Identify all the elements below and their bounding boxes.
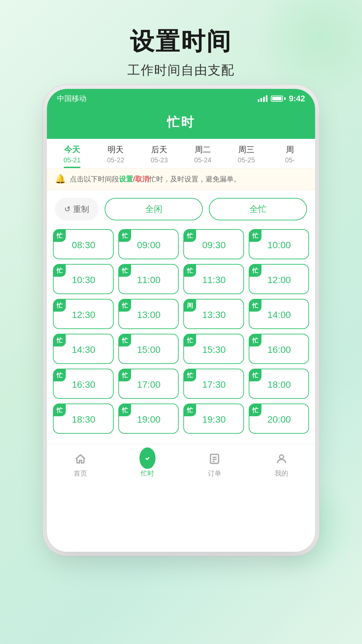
orders-icon <box>206 451 223 467</box>
notice-text: 点击以下时间段设置/取消忙时，及时设置，避免漏单。 <box>70 174 241 184</box>
app-title: 忙时 <box>167 115 195 129</box>
tab-today[interactable]: 今天 05-21 <box>50 139 94 168</box>
busy-icon <box>139 451 156 467</box>
slot-time: 13:30 <box>202 310 226 320</box>
all-busy-button[interactable]: 全忙 <box>209 198 307 220</box>
tab-dayafter-name: 后天 <box>139 144 180 155</box>
tab-thu-date: 05- <box>269 156 310 164</box>
slot-time: 15:30 <box>202 344 226 355</box>
time-slot-0900[interactable]: 忙09:00 <box>118 229 179 259</box>
nav-item-busy[interactable]: 忙时 <box>114 451 181 478</box>
time-slot-1530[interactable]: 忙15:30 <box>183 334 244 364</box>
slot-badge: 忙 <box>119 404 131 416</box>
time-slot-1600[interactable]: 忙16:00 <box>249 334 309 364</box>
carrier-text: 中国移动 <box>57 94 86 104</box>
time-slot-1300[interactable]: 忙13:00 <box>118 299 179 329</box>
all-free-label: 全闲 <box>145 204 163 214</box>
slot-badge: 忙 <box>249 334 261 346</box>
slot-badge: 忙 <box>119 265 131 277</box>
signal-icon <box>258 95 267 102</box>
tab-wed-name: 周三 <box>226 144 267 155</box>
action-row: ↺ 重制 全闲 全忙 <box>47 190 315 226</box>
slot-badge: 忙 <box>249 369 261 381</box>
profile-icon <box>274 451 290 467</box>
slot-time: 11:30 <box>202 275 226 285</box>
all-free-button[interactable]: 全闲 <box>105 198 203 220</box>
time-slot-1330[interactable]: 闲13:30 <box>183 299 244 329</box>
tab-thu[interactable]: 周 05- <box>268 139 312 168</box>
slot-time: 16:30 <box>72 379 95 390</box>
slot-time: 18:30 <box>72 414 95 425</box>
tab-tomorrow-name: 明天 <box>95 144 136 155</box>
slot-time: 09:00 <box>137 240 161 251</box>
time-slot-2000[interactable]: 忙20:00 <box>249 404 309 434</box>
status-right: 9:42 <box>258 94 305 103</box>
slot-badge: 忙 <box>54 300 66 312</box>
slot-badge: 忙 <box>184 404 196 416</box>
app-header: 忙时 <box>47 108 315 139</box>
time-slot-1700[interactable]: 忙17:00 <box>118 369 179 399</box>
time-slot-0830[interactable]: 忙08:30 <box>53 229 114 259</box>
slot-time: 13:00 <box>137 310 161 320</box>
slot-badge: 忙 <box>249 300 261 312</box>
status-bar: 中国移动 9:42 <box>47 89 315 108</box>
slot-badge: 忙 <box>184 265 196 277</box>
tab-wed[interactable]: 周三 05-25 <box>225 139 268 168</box>
time-slot-1500[interactable]: 忙15:00 <box>118 334 179 364</box>
time-slot-1730[interactable]: 忙17:30 <box>183 369 244 399</box>
tab-tue[interactable]: 周二 05-24 <box>181 139 225 168</box>
time-slot-1230[interactable]: 忙12:30 <box>53 299 114 329</box>
nav-item-home[interactable]: 首页 <box>47 451 114 478</box>
slot-badge: 忙 <box>54 265 66 277</box>
slots-grid: 忙08:30忙09:00忙09:30忙10:00忙10:30忙11:00忙11:… <box>53 229 309 434</box>
reset-label: 重制 <box>73 204 89 215</box>
time-slot-0930[interactable]: 忙09:30 <box>183 229 244 259</box>
slot-badge: 忙 <box>119 230 131 242</box>
time-slot-1030[interactable]: 忙10:30 <box>53 264 114 294</box>
time-slot-1430[interactable]: 忙14:30 <box>53 334 114 364</box>
time-slot-1930[interactable]: 忙19:30 <box>183 404 244 434</box>
slot-badge: 忙 <box>54 404 66 416</box>
svg-point-4 <box>280 455 284 459</box>
time-slot-1800[interactable]: 忙18:00 <box>249 369 309 399</box>
time-slot-1830[interactable]: 忙18:30 <box>53 404 114 434</box>
slot-time: 15:00 <box>137 344 161 355</box>
slot-time: 14:00 <box>267 310 291 320</box>
nav-profile-label: 我的 <box>248 469 315 478</box>
slot-badge: 忙 <box>54 334 66 346</box>
time-slot-1200[interactable]: 忙12:00 <box>249 264 309 294</box>
slot-time: 16:00 <box>267 344 291 355</box>
slot-badge: 忙 <box>184 369 196 381</box>
reset-button[interactable]: ↺ 重制 <box>55 198 99 220</box>
tab-dayafter-date: 05-23 <box>139 156 180 164</box>
day-tabs: 今天 05-21 明天 05-22 后天 05-23 周二 05-24 周三 0… <box>47 139 315 168</box>
slot-time: 12:30 <box>72 310 95 320</box>
nav-item-orders[interactable]: 订单 <box>181 451 248 478</box>
tab-today-name: 今天 <box>52 144 93 155</box>
time-slot-1100[interactable]: 忙11:00 <box>118 264 179 294</box>
home-icon <box>72 451 88 467</box>
slot-time: 20:00 <box>267 414 291 425</box>
bottom-nav: 首页 忙时 订单 <box>47 444 315 483</box>
slot-badge: 忙 <box>54 230 66 242</box>
bell-icon: 🔔 <box>55 174 66 184</box>
status-time: 9:42 <box>289 94 305 103</box>
slot-time: 08:30 <box>72 240 95 251</box>
tab-tue-name: 周二 <box>182 144 223 155</box>
tab-tomorrow[interactable]: 明天 05-22 <box>94 139 137 168</box>
time-slot-1630[interactable]: 忙16:30 <box>53 369 114 399</box>
slot-time: 09:30 <box>202 240 226 251</box>
tab-wed-date: 05-25 <box>226 156 267 164</box>
slot-time: 19:30 <box>202 414 226 425</box>
slot-badge: 忙 <box>119 300 131 312</box>
time-slot-1000[interactable]: 忙10:00 <box>249 229 309 259</box>
time-slot-1900[interactable]: 忙19:00 <box>118 404 179 434</box>
slot-badge: 忙 <box>184 334 196 346</box>
slot-time: 11:00 <box>137 275 161 285</box>
time-slot-1130[interactable]: 忙11:30 <box>183 264 244 294</box>
time-slot-1400[interactable]: 忙14:00 <box>249 299 309 329</box>
nav-item-profile[interactable]: 我的 <box>248 451 315 478</box>
slot-time: 10:30 <box>72 275 95 285</box>
tab-day-after[interactable]: 后天 05-23 <box>137 139 181 168</box>
slot-badge: 忙 <box>249 230 261 242</box>
